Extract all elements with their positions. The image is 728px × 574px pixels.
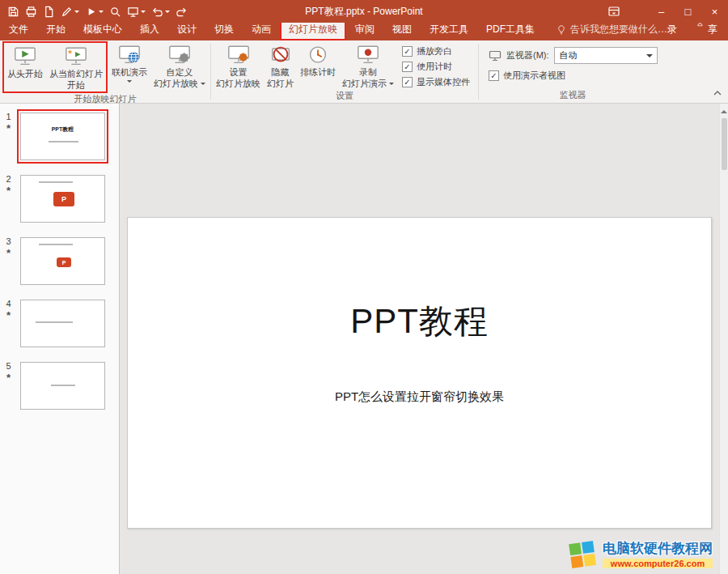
- group-label-monitors: 监视器: [480, 89, 666, 103]
- hide-slide-label-line2: 幻灯片: [267, 78, 294, 89]
- title-bar: PPT教程.pptx - PowerPoint – □ ×: [0, 0, 728, 23]
- clock-icon: [306, 44, 330, 66]
- slide-thumbnail-3[interactable]: 3 * P: [0, 234, 119, 288]
- thumbnail-text-line: [39, 244, 73, 245]
- combo-arrow-button[interactable]: [642, 48, 657, 63]
- slideshow-play-icon[interactable]: [85, 6, 104, 18]
- custom-show-label-line1: 自定义: [167, 66, 193, 78]
- hide-slide-label-line1: 隐藏: [272, 66, 290, 78]
- print-preview-icon[interactable]: [25, 6, 37, 18]
- slide-title-text[interactable]: PPT教程: [128, 299, 711, 344]
- monitor-icon: [489, 50, 502, 62]
- show-media-controls-label: 显示媒体控件: [417, 76, 470, 88]
- display-settings-icon[interactable]: [127, 6, 146, 18]
- annotation-box-thumbnail-1: PPT教程: [17, 109, 108, 164]
- thumbnail-preview[interactable]: P: [20, 175, 105, 223]
- thumbnail-meta: 4 *: [0, 296, 17, 351]
- slide-thumbnail-4[interactable]: 4 *: [0, 296, 119, 351]
- checkbox-checked-icon: ✓: [489, 70, 499, 81]
- thumbnail-preview[interactable]: P: [20, 237, 105, 285]
- hide-slide-icon: [269, 44, 293, 66]
- site-watermark: 电脑软硬件教程网 www.computer26.com: [567, 538, 713, 569]
- from-current-slide-button[interactable]: 从当前幻灯片 开始: [46, 43, 106, 91]
- record-label-line2: 幻灯片演示: [342, 78, 387, 89]
- redo-icon[interactable]: [176, 6, 188, 18]
- from-beginning-button[interactable]: 从头开始: [4, 43, 46, 91]
- slide-thumbnail-2[interactable]: 2 * P: [0, 172, 119, 226]
- powerpoint-window: PPT教程.pptx - PowerPoint – □ × 文件 开始 模板中心…: [0, 0, 728, 574]
- thumbnail-preview[interactable]: [20, 300, 105, 347]
- thumbnail-box: P: [17, 172, 108, 226]
- slide-number: 2: [6, 174, 11, 184]
- present-online-button[interactable]: 联机演示: [108, 41, 150, 85]
- slide-subtitle-text[interactable]: PPT怎么设置拉开窗帘切换效果: [128, 389, 711, 405]
- current-slide[interactable]: PPT教程 PPT怎么设置拉开窗帘切换效果: [127, 217, 712, 529]
- use-timings-label: 使用计时: [417, 61, 452, 73]
- monitor-dropdown-value: 自动: [560, 49, 578, 62]
- set-up-slide-show-button[interactable]: 设置 幻灯片放映: [213, 41, 264, 90]
- slide-number: 5: [6, 361, 11, 371]
- slide-thumbnail-1[interactable]: 1 * PPT教程: [0, 109, 119, 164]
- animation-star-icon: *: [6, 247, 11, 259]
- thumbnail-preview[interactable]: [20, 362, 105, 410]
- annotation-box-start-buttons: 从头开始 从当前幻灯片 开始: [2, 41, 108, 93]
- use-timings-checkbox[interactable]: ✓ 使用计时: [402, 61, 470, 73]
- dropdown-caret-icon: [99, 11, 104, 15]
- ppt-logo-graphic: P: [53, 192, 74, 206]
- play-narrations-checkbox[interactable]: ✓ 播放旁白: [402, 45, 470, 57]
- undo-icon[interactable]: [151, 6, 170, 18]
- minimize-button[interactable]: –: [648, 0, 675, 23]
- maximize-button[interactable]: □: [675, 0, 701, 23]
- checkbox-checked-icon: ✓: [402, 62, 413, 72]
- tell-me-label: 告诉我您想要做什么…: [570, 23, 667, 36]
- scrollbar-thumb[interactable]: [722, 118, 727, 170]
- monitor-play-current-icon: [64, 45, 88, 67]
- vertical-scrollbar[interactable]: [719, 104, 728, 574]
- custom-show-label-line2: 幻灯片放映: [154, 78, 198, 89]
- custom-slide-show-button[interactable]: 自定义 幻灯片放映: [150, 41, 209, 90]
- thumbnail-text-line: [51, 385, 75, 386]
- slide-number: 3: [6, 236, 11, 246]
- scroll-up-arrow-icon[interactable]: [721, 107, 727, 113]
- ribbon-display-options-icon[interactable]: [600, 0, 627, 23]
- checkbox-checked-icon: ✓: [402, 46, 413, 57]
- show-media-controls-checkbox[interactable]: ✓ 显示媒体控件: [402, 76, 470, 88]
- thumbnail-text-line: [39, 181, 73, 183]
- animation-star-icon: *: [6, 185, 11, 197]
- thumbnail-meta: 1 *: [0, 109, 17, 164]
- set-up-label-line1: 设置: [230, 66, 248, 78]
- monitor-dropdown[interactable]: 自动: [554, 47, 658, 64]
- animation-star-icon: *: [6, 309, 11, 321]
- pen-input-icon[interactable]: [61, 6, 79, 18]
- thumbnail-text-line: [36, 321, 73, 323]
- dropdown-caret-icon: [201, 83, 205, 87]
- site-logo-icon: [567, 538, 598, 569]
- slide-number: 1: [6, 112, 11, 121]
- record-slide-show-button[interactable]: 录制 幻灯片演示: [339, 41, 397, 90]
- group-start-slide-show: 从头开始 从当前幻灯片 开始 联机演示 自定义 幻灯片放映: [0, 40, 210, 103]
- collapse-ribbon-button[interactable]: [713, 87, 722, 99]
- watermark-site-url: www.computer26.com: [603, 559, 713, 568]
- chevron-down-icon: [646, 54, 653, 61]
- animation-star-icon: *: [6, 372, 11, 384]
- setup-checkbox-column: ✓ 播放旁白 ✓ 使用计时 ✓ 显示媒体控件: [397, 41, 476, 88]
- close-button[interactable]: ×: [701, 0, 728, 23]
- from-current-label-line1: 从当前幻灯片: [49, 68, 103, 79]
- tell-me-box[interactable]: 告诉我您想要做什么…: [557, 23, 667, 40]
- monitor-globe-icon: [117, 44, 142, 66]
- new-document-icon[interactable]: [43, 6, 55, 18]
- monitor-custom-icon: [167, 44, 192, 66]
- watermark-site-name: 电脑软硬件教程网: [603, 539, 713, 558]
- use-presenter-view-checkbox[interactable]: ✓ 使用演示者视图: [489, 70, 658, 82]
- monitor-gear-icon: [226, 44, 251, 66]
- slide-thumbnail-5[interactable]: 5 *: [0, 359, 119, 413]
- rehearse-timings-button[interactable]: 排练计时: [297, 41, 339, 78]
- thumbnail-preview[interactable]: PPT教程: [20, 113, 105, 160]
- save-icon[interactable]: [7, 6, 19, 18]
- slide-number: 4: [6, 299, 11, 308]
- play-narrations-label: 播放旁白: [417, 45, 452, 57]
- zoom-icon[interactable]: [109, 6, 121, 18]
- group-label-set-up: 设置: [213, 90, 476, 104]
- thumbnail-title-text: PPT教程: [21, 125, 104, 134]
- hide-slide-button[interactable]: 隐藏 幻灯片: [264, 41, 297, 90]
